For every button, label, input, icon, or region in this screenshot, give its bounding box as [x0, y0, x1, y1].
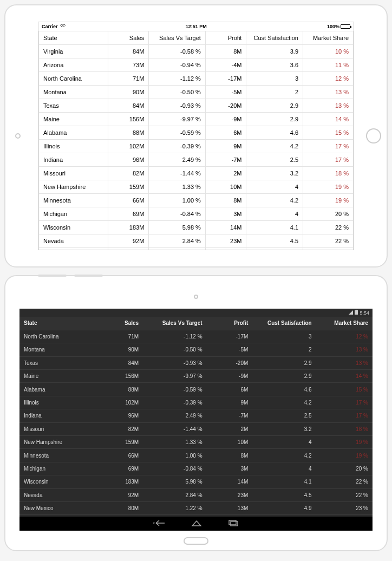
- cell-sales-vs-target: -1.44 %: [143, 422, 206, 435]
- cell-state: Missouri: [19, 422, 97, 435]
- cell-cust-satisfaction: 2.9: [252, 370, 316, 383]
- col-header-cust-satisfaction[interactable]: Cust Satisfaction: [246, 31, 303, 45]
- battery-icon: [341, 24, 350, 29]
- cell-market-share: 17 %: [316, 409, 373, 422]
- cell-sales: 80M: [97, 501, 143, 514]
- cell-state: New Hampshire: [19, 436, 97, 449]
- table-row[interactable]: Texas84M-0.93 %-20M2.913 %: [19, 356, 373, 369]
- cell-state: Indiana: [19, 409, 97, 422]
- table-row[interactable]: Arizona73M-0.94 %-4M3.611 %: [39, 58, 354, 72]
- cell-state: Arizona: [39, 58, 108, 72]
- col-header-sales-vs-target[interactable]: Sales Vs Target: [143, 317, 206, 330]
- cell-sales: 71M: [108, 72, 149, 86]
- table-row[interactable]: Alabama88M-0.59 %6M4.615 %: [19, 383, 373, 396]
- cell-state: Indiana: [39, 153, 108, 167]
- table-row[interactable]: New Hampshire159M1.33 %10M419 %: [19, 436, 373, 449]
- table-row[interactable]: Missouri82M-1.44 %2M3.218 %: [19, 422, 373, 435]
- svg-rect-2: [229, 520, 236, 525]
- table-row[interactable]: Alabama88M-0.59 %6M4.615 %: [39, 126, 354, 140]
- table-row[interactable]: Montana90M-0.50 %-5M213 %: [39, 86, 354, 99]
- recent-apps-icon[interactable]: [228, 519, 239, 529]
- battery-icon: [355, 310, 358, 316]
- table-row[interactable]: Minnesota66M1.00 %8M4.219 %: [19, 449, 373, 462]
- table-row[interactable]: Michigan69M-0.84 %3M420 %: [19, 462, 373, 475]
- table-row[interactable]: North Carolina71M-1.12 %-17M312 %: [39, 72, 354, 86]
- cell-state: Minnesota: [19, 449, 97, 462]
- table-row[interactable]: Texas84M-0.93 %-20M2.913 %: [39, 99, 354, 113]
- cell-state: Michigan: [19, 462, 97, 475]
- table-row[interactable]: Michigan69M-0.84 %3M420 %: [39, 207, 354, 221]
- table-row[interactable]: Wisconsin183M5.98 %14M4.122 %: [39, 221, 354, 234]
- svg-rect-3: [231, 521, 238, 526]
- col-header-sales[interactable]: Sales: [97, 317, 143, 330]
- cell-cust-satisfaction: 4: [246, 180, 303, 194]
- table-row[interactable]: Maine156M-9.97 %-9M2.914 %: [19, 370, 373, 383]
- ios-data-table: State Sales Sales Vs Target Profit Cust …: [38, 31, 354, 250]
- col-header-market-share[interactable]: ↑ Market Share: [303, 31, 354, 45]
- col-header-market-share[interactable]: ↑ Market Share: [316, 317, 373, 330]
- cell-profit: 3M: [205, 207, 246, 221]
- col-header-cust-satisfaction[interactable]: Cust Satisfaction: [252, 317, 316, 330]
- cell-market-share: 15 %: [303, 126, 354, 140]
- table-row[interactable]: Montana90M-0.50 %-5M213 %: [19, 343, 373, 356]
- table-row[interactable]: New Hampshire159M1.33 %10M419 %: [39, 180, 354, 194]
- table-row[interactable]: Missouri82M-1.44 %2M3.218 %: [39, 167, 354, 180]
- cell-cust-satisfaction: 3: [252, 330, 316, 343]
- cell-state: North Carolina: [39, 72, 108, 86]
- clock: 5:54: [360, 310, 369, 316]
- table-row[interactable]: Illinois102M-0.39 %9M4.217 %: [39, 140, 354, 153]
- cell-sales-vs-target: 1.33 %: [149, 180, 206, 194]
- cell-profit: 10M: [205, 180, 246, 194]
- table-row[interactable]: Minnesota66M1.00 %8M4.219 %: [39, 194, 354, 207]
- cell-state: New Mexico: [19, 501, 97, 514]
- cell-profit: -5M: [207, 343, 253, 356]
- table-header-row: State Sales Sales Vs Target Profit Cust …: [19, 317, 373, 330]
- cell-sales: 88M: [97, 383, 143, 396]
- cell-profit: -20M: [207, 356, 253, 369]
- table-row[interactable]: New Mexico80M1.22 %13M4.923 %: [19, 501, 373, 514]
- cell-sales: 92M: [108, 234, 149, 248]
- table-row[interactable]: Nevada92M2.84 %23M4.522 %: [39, 234, 354, 248]
- cell-sales-vs-target: 1.22 %: [149, 248, 206, 251]
- cell-cust-satisfaction: 3.2: [246, 167, 303, 180]
- cell-cust-satisfaction: 4.1: [246, 221, 303, 234]
- android-data-table: State Sales Sales Vs Target Profit Cust …: [19, 317, 373, 517]
- table-row[interactable]: Virginia84M-0.58 %8M3.910 %: [39, 45, 354, 58]
- cell-sales-vs-target: 5.98 %: [149, 221, 206, 234]
- col-header-sales[interactable]: Sales: [108, 31, 149, 45]
- cell-market-share: 19 %: [316, 449, 373, 462]
- table-row[interactable]: New Mexico80M1.22 %13M4.923 %: [39, 248, 354, 251]
- col-header-sales-vs-target[interactable]: Sales Vs Target: [149, 31, 206, 45]
- cell-state: Nevada: [39, 234, 108, 248]
- table-row[interactable]: Nevada92M2.84 %23M4.522 %: [19, 488, 373, 501]
- cell-sales: 84M: [108, 99, 149, 113]
- table-row[interactable]: Indiana96M2.49 %-7M2.517 %: [39, 153, 354, 167]
- table-row[interactable]: Maine156M-9.97 %-9M2.914 %: [39, 113, 354, 126]
- cell-cust-satisfaction: 3.6: [246, 58, 303, 72]
- battery-percentage: 100%: [327, 24, 339, 29]
- cell-market-share: 13 %: [316, 343, 373, 356]
- cell-sales-vs-target: -9.97 %: [143, 370, 206, 383]
- back-icon[interactable]: [153, 519, 165, 529]
- cell-sales-vs-target: -0.58 %: [149, 45, 206, 58]
- android-home-button[interactable]: [184, 537, 208, 545]
- cell-cust-satisfaction: 2: [252, 343, 316, 356]
- col-header-state[interactable]: State: [19, 317, 97, 330]
- cell-market-share: 14 %: [303, 113, 354, 126]
- cell-profit: 9M: [205, 140, 246, 153]
- col-header-profit[interactable]: Profit: [205, 31, 246, 45]
- cell-cust-satisfaction: 4: [246, 207, 303, 221]
- cell-market-share: 23 %: [303, 248, 354, 251]
- cell-profit: 2M: [207, 422, 253, 435]
- ipad-camera: [15, 133, 21, 139]
- table-row[interactable]: Wisconsin183M5.98 %14M4.122 %: [19, 475, 373, 488]
- table-row[interactable]: North Carolina71M-1.12 %-17M312 %: [19, 330, 373, 343]
- ipad-home-button[interactable]: [366, 128, 381, 143]
- cell-cust-satisfaction: 4.9: [252, 501, 316, 514]
- home-icon[interactable]: [191, 519, 202, 529]
- table-row[interactable]: Illinois102M-0.39 %9M4.217 %: [19, 396, 373, 409]
- col-header-state[interactable]: State: [39, 31, 108, 45]
- col-header-profit[interactable]: Profit: [207, 317, 253, 330]
- cell-profit: -7M: [205, 153, 246, 167]
- table-row[interactable]: Indiana96M2.49 %-7M2.517 %: [19, 409, 373, 422]
